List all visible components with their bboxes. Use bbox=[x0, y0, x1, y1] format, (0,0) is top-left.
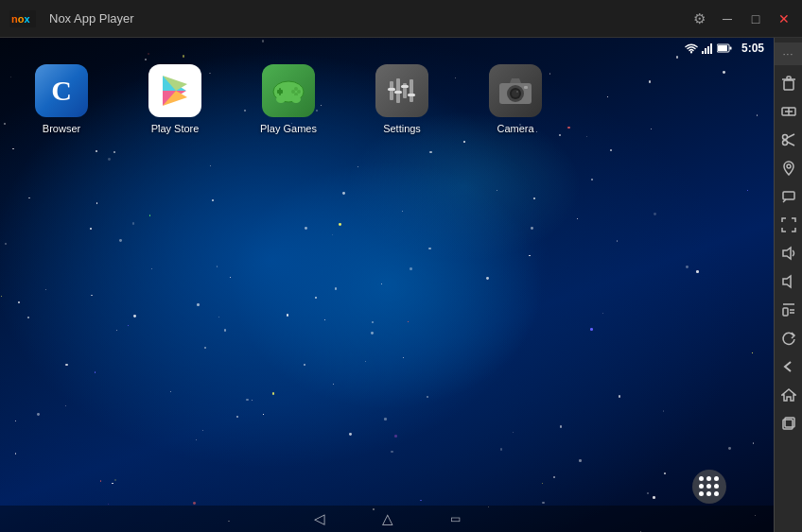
volume-up-icon bbox=[781, 246, 796, 261]
settings-label: Settings bbox=[383, 123, 421, 134]
sidebar-trash-button[interactable] bbox=[775, 70, 803, 96]
sidebar-shake-button[interactable] bbox=[775, 183, 803, 210]
recents-icon bbox=[781, 416, 796, 431]
shake-icon bbox=[781, 189, 796, 204]
svg-rect-38 bbox=[524, 86, 528, 89]
svg-point-46 bbox=[782, 141, 787, 146]
title-controls: ⚙ ─ □ ✕ bbox=[690, 10, 793, 27]
signal-icon bbox=[702, 43, 713, 54]
rotate-icon bbox=[781, 331, 796, 346]
sidebar-volume-down-button[interactable] bbox=[775, 268, 803, 295]
title-left: nox Nox App Player bbox=[9, 10, 134, 27]
android-status-bar: 5:05 bbox=[0, 38, 774, 59]
sidebar-volume-up-button[interactable] bbox=[775, 240, 803, 266]
svg-rect-50 bbox=[783, 192, 794, 199]
svg-point-22 bbox=[291, 90, 295, 94]
svg-rect-18 bbox=[279, 88, 281, 95]
right-sidebar: ··· bbox=[774, 38, 802, 532]
volume-down-icon bbox=[781, 274, 796, 289]
svg-marker-53 bbox=[783, 276, 791, 287]
svg-marker-58 bbox=[782, 389, 795, 401]
svg-point-19 bbox=[294, 87, 298, 91]
svg-rect-6 bbox=[710, 43, 712, 54]
settings-button[interactable]: ⚙ bbox=[690, 10, 707, 27]
wifi-icon bbox=[685, 43, 698, 54]
home-icon bbox=[781, 387, 796, 403]
nox-logo-icon: nox bbox=[9, 10, 36, 27]
drawer-dots bbox=[699, 476, 721, 498]
svg-rect-3 bbox=[702, 51, 704, 54]
svg-line-48 bbox=[787, 142, 794, 146]
nav-home-button[interactable]: △ bbox=[382, 510, 393, 527]
main-content: 5:05 Browser bbox=[0, 38, 802, 532]
expand-icon bbox=[781, 217, 796, 232]
app-settings[interactable]: Settings bbox=[369, 64, 435, 134]
browser-icon bbox=[35, 64, 88, 117]
scissors-icon bbox=[781, 132, 796, 147]
playgames-svg bbox=[270, 73, 306, 109]
back-arrow-icon bbox=[781, 359, 796, 374]
maximize-button[interactable]: □ bbox=[747, 10, 764, 27]
sidebar-expand-button[interactable] bbox=[775, 212, 803, 238]
sidebar-home-button[interactable] bbox=[775, 382, 803, 408]
svg-rect-4 bbox=[705, 48, 706, 54]
app-playstore[interactable]: Play Store bbox=[142, 64, 208, 134]
nav-back-button[interactable]: ◁ bbox=[314, 510, 325, 527]
svg-point-2 bbox=[690, 51, 692, 53]
camera-label: Camera bbox=[497, 123, 533, 134]
settings-icon bbox=[375, 64, 428, 117]
status-icons bbox=[685, 43, 732, 54]
battery-icon bbox=[717, 43, 732, 53]
svg-rect-30 bbox=[394, 91, 402, 94]
camera-svg bbox=[497, 76, 533, 106]
svg-rect-41 bbox=[787, 77, 791, 79]
svg-point-49 bbox=[787, 164, 791, 168]
svg-point-45 bbox=[782, 135, 787, 140]
svg-text:nox: nox bbox=[11, 13, 30, 25]
app-drawer-button[interactable] bbox=[692, 470, 726, 504]
playstore-icon bbox=[148, 64, 201, 117]
svg-rect-8 bbox=[729, 47, 731, 50]
status-time: 5:05 bbox=[741, 42, 764, 55]
sidebar-scissors-button[interactable] bbox=[775, 127, 803, 153]
app-camera[interactable]: Camera bbox=[482, 64, 549, 134]
svg-point-23 bbox=[276, 95, 286, 103]
sidebar-recents-button[interactable] bbox=[775, 410, 803, 437]
input-icon bbox=[781, 104, 796, 119]
svg-point-36 bbox=[512, 90, 519, 97]
svg-marker-52 bbox=[783, 248, 791, 259]
toolbar-icon bbox=[781, 302, 796, 317]
sidebar-input-button[interactable] bbox=[775, 98, 803, 125]
svg-rect-28 bbox=[410, 79, 413, 102]
playgames-icon bbox=[262, 64, 315, 117]
android-bottom-nav: ◁ △ ▭ bbox=[0, 506, 774, 532]
nav-recents-button[interactable]: ▭ bbox=[450, 512, 461, 525]
sidebar-top-dots[interactable]: ··· bbox=[775, 43, 802, 65]
app-playgames[interactable]: Play Games bbox=[255, 64, 322, 134]
svg-point-24 bbox=[291, 95, 301, 103]
app-icons-area: Browser bbox=[28, 64, 745, 134]
trash-icon bbox=[781, 76, 796, 91]
playstore-label: Play Store bbox=[151, 123, 200, 134]
svg-line-47 bbox=[787, 134, 794, 138]
minimize-button[interactable]: ─ bbox=[719, 10, 736, 27]
sidebar-back-button[interactable] bbox=[775, 353, 803, 380]
close-button[interactable]: ✕ bbox=[776, 10, 793, 27]
sidebar-location-button[interactable] bbox=[775, 155, 803, 181]
svg-rect-9 bbox=[718, 45, 727, 51]
svg-rect-31 bbox=[401, 85, 409, 88]
svg-rect-54 bbox=[783, 308, 788, 316]
svg-rect-32 bbox=[408, 94, 415, 96]
svg-rect-39 bbox=[784, 80, 793, 90]
sidebar-rotate-button[interactable] bbox=[775, 325, 803, 352]
location-icon bbox=[781, 161, 796, 176]
settings-svg bbox=[385, 74, 419, 108]
camera-icon bbox=[489, 64, 542, 117]
emulator-screen: 5:05 Browser bbox=[0, 38, 774, 532]
svg-point-37 bbox=[516, 91, 518, 93]
app-browser[interactable]: Browser bbox=[28, 64, 95, 134]
app-title-label: Nox App Player bbox=[49, 11, 134, 26]
nox-logo: nox bbox=[9, 10, 36, 27]
sidebar-toolbar-button[interactable] bbox=[775, 297, 803, 323]
svg-point-20 bbox=[297, 90, 301, 94]
